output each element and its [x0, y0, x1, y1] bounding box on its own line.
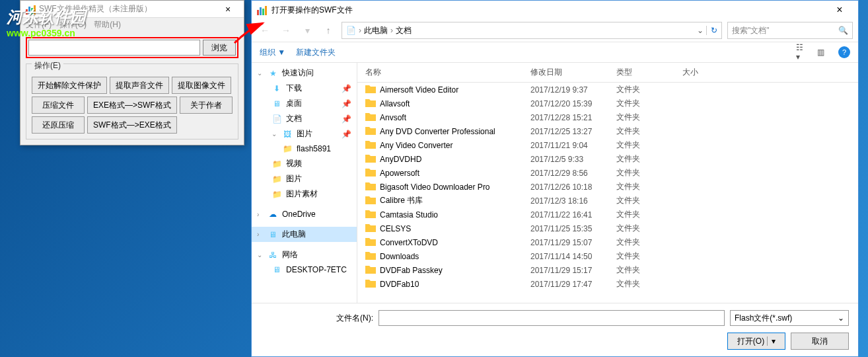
nav-up-button[interactable]: ↑ — [320, 22, 336, 38]
folder-icon — [365, 251, 376, 262]
tree-pictures2[interactable]: 📁图片 — [252, 171, 357, 186]
folder-icon — [365, 153, 376, 165]
exe-to-swf-button[interactable]: EXE格式—>SWF格式 — [87, 97, 177, 114]
tree-pc-name[interactable]: 🖥DESKTOP-7ETC — [252, 262, 357, 277]
tree-documents[interactable]: 📄文档📌 — [252, 111, 357, 126]
folder-icon — [365, 209, 376, 220]
list-item[interactable]: DVDFab102017/11/29 17:47文件夹 — [357, 277, 858, 291]
dialog-titlebar[interactable]: 打开要操作的SWF文件 × — [252, 1, 858, 19]
open-button[interactable]: 打开(O)▾ — [727, 333, 785, 350]
nav-sidebar: ⌄★快速访问 ⬇下载📌 🖥桌面📌 📄文档📌 ⌄🖼图片📌 📁flash5891 📁… — [252, 63, 357, 303]
folder-icon — [365, 278, 376, 290]
breadcrumb-thispc[interactable]: 此电脑 — [364, 25, 388, 36]
list-item[interactable]: Aimersoft Video Editor2017/12/19 9:37文件夹 — [357, 83, 858, 97]
filename-label: 文件名(N): — [261, 313, 373, 324]
dialog-icon — [257, 5, 268, 15]
folder-icon — [365, 237, 376, 248]
cancel-button[interactable]: 取消 — [791, 333, 849, 350]
view-mode-button[interactable]: ☷ ▾ — [796, 47, 809, 58]
folder-icon — [365, 139, 376, 151]
dialog-body: ⌄★快速访问 ⬇下载📌 🖥桌面📌 📄文档📌 ⌄🖼图片📌 📁flash5891 📁… — [252, 63, 858, 303]
breadcrumb-dropdown[interactable]: ⌄ — [697, 26, 704, 35]
annotation-arrow — [231, 20, 271, 46]
nav-forward-button[interactable]: → — [278, 22, 294, 38]
list-item[interactable]: Bigasoft Video Downloader Pro2017/12/26 … — [357, 180, 858, 194]
list-item[interactable]: Any DVD Converter Professional2017/12/25… — [357, 124, 858, 138]
about-button[interactable]: 关于作者 — [180, 97, 233, 114]
header-date[interactable]: 修改日期 — [523, 67, 608, 78]
list-item[interactable]: Downloads2017/11/14 14:50文件夹 — [357, 249, 858, 263]
folder-icon — [365, 84, 376, 95]
folder-icon — [365, 264, 376, 276]
breadcrumb-sep: › — [359, 26, 361, 35]
help-button[interactable]: ? — [838, 46, 850, 58]
list-header: 名称 修改日期 类型 大小 — [357, 63, 858, 83]
watermark-url: www.pc0359.cn — [7, 28, 86, 38]
list-item[interactable]: Calibre 书库2017/12/3 18:16文件夹 — [357, 194, 858, 208]
folder-icon — [365, 98, 376, 109]
file-open-dialog: 打开要操作的SWF文件 × ← → ▾ ↑ 📄 › 此电脑 › 文档 ⌄ ↻ 搜… — [251, 0, 859, 357]
file-select-row: 浏览 — [26, 37, 238, 58]
menu-help[interactable]: 帮助(H) — [94, 20, 121, 29]
tree-downloads[interactable]: ⬇下载📌 — [252, 81, 357, 96]
list-item[interactable]: Allavsoft2017/12/20 15:39文件夹 — [357, 97, 858, 110]
operations-group: 操作(E) 开始解除文件保护 提取声音文件 提取图像文件 压缩文件 EXE格式—… — [26, 63, 238, 139]
list-item[interactable]: CELSYS2017/11/25 15:35文件夹 — [357, 221, 858, 235]
tree-thispc[interactable]: ›🖥此电脑 — [252, 227, 357, 242]
header-size[interactable]: 大小 — [674, 67, 727, 78]
extract-sound-button[interactable]: 提取声音文件 — [110, 77, 169, 94]
tree-pictures[interactable]: ⌄🖼图片📌 — [252, 126, 357, 141]
search-icon: 🔍 — [838, 26, 848, 35]
dialog-toolbar: 组织 ▼ 新建文件夹 ☷ ▾ ▥ ? — [252, 42, 858, 63]
new-folder-button[interactable]: 新建文件夹 — [296, 47, 336, 58]
main-close-button[interactable]: × — [217, 4, 238, 15]
tree-quick-access[interactable]: ⌄★快速访问 — [252, 65, 357, 81]
remove-protection-button[interactable]: 开始解除文件保护 — [32, 77, 107, 94]
nav-recent-button[interactable]: ▾ — [299, 22, 315, 38]
dialog-close-button[interactable]: × — [826, 4, 853, 16]
organize-menu[interactable]: 组织 ▼ — [260, 47, 285, 58]
folder-icon — [365, 181, 376, 192]
folder-icon — [365, 126, 376, 137]
operations-label: 操作(E) — [32, 60, 63, 71]
file-list: 名称 修改日期 类型 大小 Aimersoft Video Editor2017… — [357, 63, 858, 303]
restore-compress-button[interactable]: 还原压缩 — [32, 116, 85, 134]
dialog-nav: ← → ▾ ↑ 📄 › 此电脑 › 文档 ⌄ ↻ 搜索"文档" 🔍 — [252, 19, 858, 42]
preview-pane-button[interactable]: ▥ — [817, 47, 830, 58]
list-item[interactable]: DVDFab Passkey2017/11/29 15:17文件夹 — [357, 263, 858, 277]
list-item[interactable]: Apowersoft2017/12/29 8:56文件夹 — [357, 166, 858, 180]
swf-to-exe-button[interactable]: SWF格式—>EXE格式 — [87, 116, 177, 134]
breadcrumb[interactable]: 📄 › 此电脑 › 文档 ⌄ ↻ — [342, 22, 722, 39]
filename-input[interactable] — [379, 310, 725, 326]
list-item[interactable]: ConvertXToDVD2017/11/29 15:07文件夹 — [357, 235, 858, 249]
extract-image-button[interactable]: 提取图像文件 — [172, 77, 231, 94]
tree-desktop[interactable]: 🖥桌面📌 — [252, 96, 357, 111]
folder-icon — [365, 223, 376, 234]
file-path-input[interactable] — [28, 40, 200, 56]
list-item[interactable]: Any Video Converter2017/11/21 9:04文件夹 — [357, 138, 858, 152]
watermark: 河东软件园 www.pc0359.cn — [7, 7, 86, 38]
breadcrumb-doc-icon: 📄 — [346, 26, 356, 35]
breadcrumb-documents[interactable]: 文档 — [396, 25, 412, 36]
list-item[interactable]: Camtasia Studio2017/11/22 16:41文件夹 — [357, 208, 858, 221]
list-item[interactable]: AnyDVDHD2017/12/5 9:33文件夹 — [357, 152, 858, 166]
dialog-footer: 文件名(N): Flash文件(*.swf)⌄ 打开(O)▾ 取消 — [252, 303, 858, 356]
tree-pic-assets[interactable]: 📁图片素材 — [252, 186, 357, 202]
header-type[interactable]: 类型 — [608, 67, 674, 78]
tree-onedrive[interactable]: ›☁OneDrive — [252, 207, 357, 221]
filetype-select[interactable]: Flash文件(*.swf)⌄ — [730, 310, 849, 326]
breadcrumb-sep: › — [390, 26, 393, 35]
folder-icon — [365, 112, 376, 123]
header-name[interactable]: 名称 — [357, 67, 523, 78]
tree-video[interactable]: 📁视频 — [252, 156, 357, 171]
search-placeholder: 搜索"文档" — [732, 25, 770, 36]
folder-icon — [365, 195, 376, 206]
tree-network[interactable]: ⌄🖧网络 — [252, 247, 357, 262]
compress-button[interactable]: 压缩文件 — [32, 97, 85, 114]
main-body: 浏览 操作(E) 开始解除文件保护 提取声音文件 提取图像文件 压缩文件 EXE… — [20, 32, 244, 145]
search-box[interactable]: 搜索"文档" 🔍 — [727, 22, 853, 39]
refresh-button[interactable]: ↻ — [706, 26, 717, 35]
dialog-title: 打开要操作的SWF文件 — [271, 5, 826, 16]
list-item[interactable]: Anvsoft2017/12/28 15:21文件夹 — [357, 110, 858, 124]
tree-flash-folder[interactable]: 📁flash5891 — [252, 141, 357, 156]
